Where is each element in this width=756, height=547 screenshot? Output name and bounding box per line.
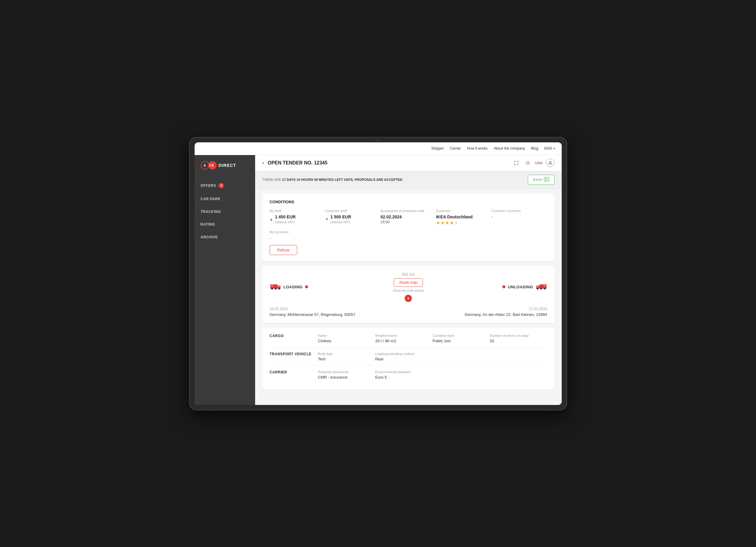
svg-point-4 (271, 288, 273, 290)
sidebar: A 2 B DIRECT OFFERS 3 CAR P (195, 155, 255, 405)
sidebar-tracking-label: TRACKING (201, 209, 221, 214)
carrier-docs-label: Required documents (318, 370, 375, 374)
sidebar-nav: OFFERS 3 CAR PARK TRACKING RATING ARCHIV… (195, 179, 255, 243)
cargo-name-label: Name (318, 334, 375, 338)
loading-label: LOADING (284, 285, 303, 289)
my-tariff-col: My tariff ▲ 1 450 EUR (without VAT) (270, 209, 325, 225)
conditions-grid: My tariff ▲ 1 450 EUR (without VAT) (270, 209, 547, 225)
sidebar-offers-label: OFFERS (201, 183, 216, 188)
customer-col: Customer IKEA Deutschland ★ ★ ★ ★ ★ (436, 209, 491, 225)
main-layout: A 2 B DIRECT OFFERS 3 CAR P (195, 155, 562, 405)
svg-point-13 (537, 288, 538, 290)
top-nav: Shipper Carrier How it works About the c… (195, 142, 562, 155)
unloading-dot (502, 285, 505, 288)
carrier-docs-value: CMR - insurance (318, 375, 375, 380)
route-map-button[interactable]: Route map (394, 279, 423, 287)
route-card: LOADING 491 km Route map Show all route … (262, 266, 554, 323)
refuse-button[interactable]: Refuse (270, 245, 297, 255)
nav-carrier[interactable]: Carrier (450, 146, 461, 150)
carrier-fields: Required documents CMR - insurance Envir… (318, 370, 547, 380)
sidebar-item-archive[interactable]: ARCHIVE (195, 231, 255, 243)
transport-body-value: Tent (318, 357, 375, 361)
nav-about[interactable]: About the company (494, 146, 525, 150)
transport-loading-method-value: Rear (375, 357, 432, 361)
svg-rect-15 (537, 286, 539, 288)
cargo-container-field: Container type Pallet, box (432, 334, 490, 343)
header-left: ‹ OPEN TENDER NO. 12345 (262, 160, 327, 166)
cargo-container-value: Pallet, box (432, 339, 490, 343)
star-2: ★ (441, 220, 445, 225)
content-header: ‹ OPEN TENDER NO. 12345 (255, 155, 562, 171)
main-content: CONDITIONS My tariff ▲ 1 450 EUR (withou… (255, 189, 562, 405)
loading-truck-icon (270, 282, 281, 292)
customer-comment-label: Customer comment (491, 209, 547, 212)
lang-label: ENG (544, 146, 552, 150)
cargo-weight-field: Weight/volume 20 t / 86 m3 (375, 334, 432, 343)
device-frame: Shipper Carrier How it works About the c… (189, 137, 567, 410)
carrier-section-label: CARRIER (270, 370, 318, 374)
shrink-icon[interactable] (524, 159, 532, 167)
unloading-address: Germany, An der Alster 22, Bad Kleinen, … (455, 312, 547, 317)
cargo-weight-label: Weight/volume (375, 334, 432, 338)
transport-fields: Body type Tent Loading/unloading method … (318, 352, 547, 361)
cargo-row: CARGO Name Clothes Weight/volume 20 t / … (270, 334, 547, 348)
carrier-env-field: Environmental standard Euro 5 (375, 370, 432, 380)
loading-address-block: 16.02.2024 Germany, Mühlenstrasse 57, Re… (270, 307, 362, 317)
cargo-weight-value: 20 t / 86 m3 (375, 339, 432, 343)
svg-point-5 (275, 288, 277, 290)
nav-how-it-works[interactable]: How it works (467, 146, 488, 150)
nav-shipper[interactable]: Shipper (431, 146, 444, 150)
acceptance-col: Acceptance of proposals until: 02.02.202… (380, 209, 436, 225)
svg-point-12 (544, 288, 546, 290)
carrier-docs-field: Required documents CMR - insurance (318, 370, 375, 380)
sidebar-carpark-label: CAR PARK (201, 197, 221, 201)
timer-bar: THERE ARE 17 DAYS 16 HOURS 59 MINUTES LE… (255, 171, 562, 189)
transport-row: TRANSPORT VEHICLE Body type Tent Loading… (270, 348, 547, 366)
info-section: CARGO Name Clothes Weight/volume 20 t / … (262, 328, 554, 390)
my-comment-value: - (270, 235, 547, 240)
sidebar-item-tracking[interactable]: TRACKING (195, 205, 255, 218)
route-center: 491 km Route map Show all route points ▾ (362, 272, 455, 302)
transport-loading-method-field: Loading/unloading method Rear (375, 352, 432, 361)
customer-value: IKEA Deutschland ★ ★ ★ ★ ★ (436, 214, 491, 225)
logo-area: A 2 B DIRECT (195, 161, 255, 179)
excel-label: Excel (533, 177, 542, 182)
sidebar-offers-badge: 3 (219, 183, 224, 188)
star-4: ★ (450, 220, 454, 225)
user-avatar[interactable] (546, 159, 554, 167)
top-nav-links: Shipper Carrier How it works About the c… (431, 146, 555, 150)
sidebar-item-carpark[interactable]: CAR PARK (195, 193, 255, 205)
excel-button[interactable]: Excel (528, 175, 554, 185)
expand-icon[interactable] (512, 159, 521, 167)
route-km: 491 km (402, 272, 415, 277)
transport-body-field: Body type Tent (318, 352, 375, 361)
route-unloading-side: UNLOADING (455, 282, 547, 292)
sidebar-rating-label: RATING (201, 222, 215, 226)
header-right: User (512, 159, 554, 167)
customer-label: Customer (436, 209, 491, 212)
logo-text: DIRECT (219, 163, 236, 168)
sidebar-item-rating[interactable]: RATING (195, 218, 255, 231)
timer-highlight: 17 DAYS 16 HOURS 59 MINUTES LEFT UNTIL P… (282, 178, 403, 181)
cargo-name-field: Name Clothes (318, 334, 375, 343)
my-tariff-value: ▲ 1 450 EUR (without VAT) (270, 214, 325, 224)
nav-blog[interactable]: Blog (531, 146, 538, 150)
cargo-pieces-value: 33 (490, 339, 547, 343)
conditions-card: CONDITIONS My tariff ▲ 1 450 EUR (withou… (262, 193, 554, 261)
loading-dot (305, 285, 308, 288)
timer-prefix: THERE ARE (262, 178, 281, 181)
show-points-chevron[interactable]: ▾ (405, 295, 412, 302)
loading-address: Germany, Mühlenstrasse 57, Regensburg, 9… (270, 312, 362, 317)
carrier-env-label: Environmental standard (375, 370, 432, 374)
svg-rect-1 (544, 177, 549, 181)
my-tariff-label: My tariff (270, 209, 325, 212)
customer-comment-col: Customer comment - (491, 209, 547, 225)
back-button[interactable]: ‹ (262, 160, 264, 166)
carrier-env-value: Euro 5 (375, 375, 432, 380)
lang-selector[interactable]: ENG ▼ (544, 146, 556, 150)
svg-rect-8 (278, 286, 280, 288)
sidebar-item-offers[interactable]: OFFERS 3 (195, 179, 255, 193)
star-3: ★ (445, 220, 449, 225)
excel-icon (544, 177, 549, 183)
show-all-points[interactable]: Show all route points (393, 289, 424, 292)
